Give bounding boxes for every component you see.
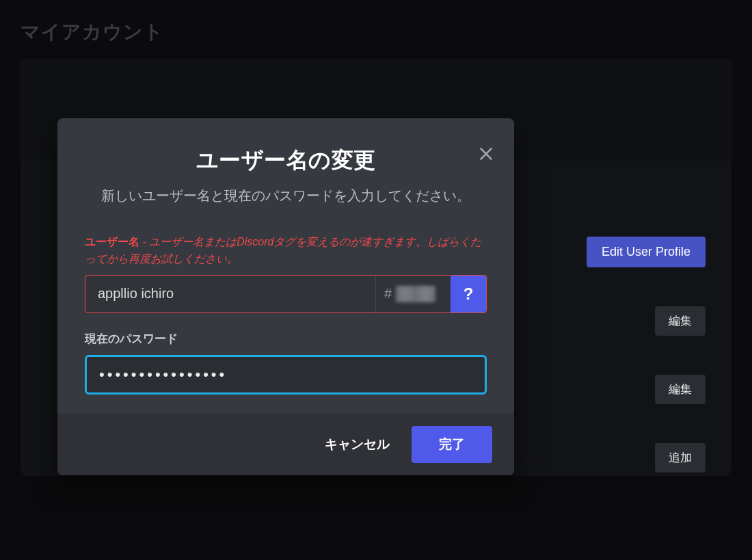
modal-footer: キャンセル 完了 <box>57 414 514 475</box>
modal-subtitle: 新しいユーザー名と現在のパスワードを入力してください。 <box>85 185 487 206</box>
close-icon <box>477 155 495 165</box>
change-username-modal: ユーザー名の変更 新しいユーザー名と現在のパスワードを入力してください。 ユーザ… <box>57 118 514 475</box>
username-help-button[interactable]: ? <box>451 276 486 312</box>
modal-body: ユーザー名 - ユーザー名またはDiscordタグを変えるのが速すぎます。しばら… <box>57 213 514 414</box>
error-dash: - <box>139 236 149 248</box>
done-button[interactable]: 完了 <box>412 426 492 463</box>
close-button[interactable] <box>476 144 496 165</box>
cancel-button[interactable]: キャンセル <box>308 426 406 463</box>
modal-header: ユーザー名の変更 新しいユーザー名と現在のパスワードを入力してください。 <box>57 118 514 213</box>
username-field-label: ユーザー名 <box>85 236 139 248</box>
discriminator-blurred <box>396 286 435 302</box>
modal-title: ユーザー名の変更 <box>85 146 487 176</box>
username-input-row: # ? <box>85 275 487 313</box>
username-error-label: ユーザー名 - ユーザー名またはDiscordタグを変えるのが速すぎます。しばら… <box>85 234 487 268</box>
hash-symbol: # <box>384 286 392 302</box>
password-input[interactable] <box>85 355 487 395</box>
password-field-label: 現在のパスワード <box>85 331 487 347</box>
modal-backdrop: ユーザー名の変更 新しいユーザー名と現在のパスワードを入力してください。 ユーザ… <box>0 0 752 560</box>
discriminator-box: # <box>375 276 451 312</box>
username-input[interactable] <box>85 276 375 312</box>
